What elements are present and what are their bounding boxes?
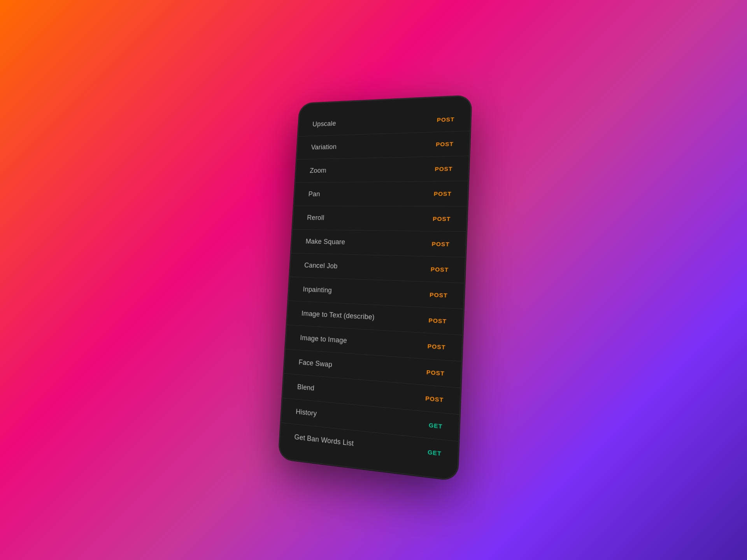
api-method-badge: POST — [426, 369, 445, 377]
api-method-badge: POST — [437, 116, 454, 123]
api-method-badge: POST — [431, 240, 450, 247]
api-endpoint-name: Pan — [308, 190, 320, 198]
api-endpoint-name: Zoom — [310, 167, 327, 175]
api-method-badge: POST — [434, 190, 452, 197]
api-endpoint-name: Blend — [297, 383, 314, 392]
api-list: UpscalePOSTVariationPOSTZoomPOSTPanPOSTR… — [279, 103, 471, 472]
api-endpoint-name: Reroll — [307, 214, 324, 222]
api-endpoint-name: Inpainting — [303, 285, 332, 295]
api-endpoint-name: Make Square — [305, 238, 345, 246]
api-list-item[interactable]: ZoomPOST — [295, 156, 469, 183]
api-method-badge: POST — [431, 266, 449, 273]
api-list-item[interactable]: VariationPOST — [296, 131, 470, 159]
api-method-badge: POST — [435, 165, 453, 172]
api-method-badge: POST — [433, 215, 451, 222]
api-method-badge: POST — [436, 140, 454, 147]
api-list-item[interactable]: PanPOST — [294, 181, 468, 206]
api-endpoint-name: History — [296, 408, 317, 418]
phone-wrapper: UpscalePOSTVariationPOSTZoomPOSTPanPOSTR… — [284, 95, 463, 465]
api-endpoint-name: Image to Text (describe) — [301, 310, 375, 322]
api-endpoint-name: Get Ban Words List — [294, 433, 354, 448]
api-endpoint-name: Image to Image — [300, 334, 347, 345]
api-method-badge: POST — [425, 395, 444, 403]
api-method-badge: POST — [427, 343, 446, 351]
api-endpoint-name: Cancel Job — [304, 261, 338, 270]
api-endpoint-name: Face Swap — [298, 358, 332, 369]
api-method-badge: POST — [430, 291, 448, 299]
api-method-badge: GET — [428, 448, 442, 457]
api-list-item[interactable]: RerollPOST — [292, 206, 467, 232]
api-endpoint-name: Upscale — [312, 120, 337, 128]
phone-frame: UpscalePOSTVariationPOSTZoomPOSTPanPOSTR… — [279, 96, 472, 481]
api-list-item[interactable]: Make SquarePOST — [291, 229, 466, 257]
api-method-badge: GET — [429, 422, 443, 430]
api-endpoint-name: Variation — [311, 143, 337, 151]
api-method-badge: POST — [428, 317, 447, 325]
